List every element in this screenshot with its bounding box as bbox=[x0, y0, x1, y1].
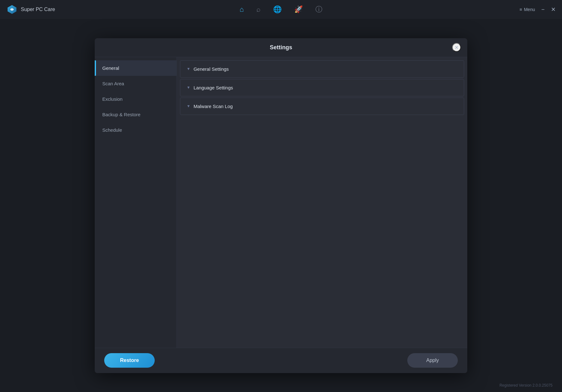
menu-label: Menu bbox=[524, 7, 535, 12]
sidebar-item-scan-area[interactable]: Scan Area bbox=[95, 76, 176, 91]
apply-button[interactable]: Apply bbox=[407, 353, 458, 368]
app-logo-icon bbox=[6, 4, 18, 15]
sidebar-item-exclusion[interactable]: Exclusion bbox=[95, 91, 176, 107]
sidebar-item-schedule[interactable]: Schedule bbox=[95, 122, 176, 138]
general-settings-header[interactable]: ▼ General Settings bbox=[180, 61, 464, 77]
sidebar-item-exclusion-label: Exclusion bbox=[102, 96, 123, 102]
top-bar: Super PC Care ⌂ ⌕ 🌐 🚀 ⓘ ≡ Menu − ✕ bbox=[0, 0, 562, 19]
dialog-footer: Restore Apply bbox=[95, 348, 467, 373]
sidebar-item-general[interactable]: General bbox=[95, 60, 176, 76]
restore-button[interactable]: Restore bbox=[104, 353, 155, 368]
general-settings-label: General Settings bbox=[194, 66, 229, 72]
version-text: Registered Version 2.0.0.25075 bbox=[499, 383, 553, 388]
malware-scan-log-chevron-icon: ▼ bbox=[187, 104, 190, 108]
settings-sidebar: General Scan Area Exclusion Backup & Res… bbox=[95, 57, 177, 348]
dialog-close-button[interactable]: × bbox=[452, 43, 461, 52]
dialog-body: General Scan Area Exclusion Backup & Res… bbox=[95, 57, 467, 348]
language-settings-chevron-icon: ▼ bbox=[187, 85, 190, 90]
sidebar-item-backup-restore-label: Backup & Restore bbox=[102, 112, 140, 117]
nav-search-icon[interactable]: ⌕ bbox=[256, 5, 260, 14]
malware-scan-log-header[interactable]: ▼ Malware Scan Log bbox=[180, 98, 464, 115]
top-nav: ⌂ ⌕ 🌐 🚀 ⓘ bbox=[240, 5, 322, 14]
menu-button[interactable]: ≡ Menu bbox=[519, 7, 535, 12]
malware-scan-log-label: Malware Scan Log bbox=[194, 104, 233, 109]
sidebar-item-schedule-label: Schedule bbox=[102, 127, 122, 133]
settings-content: ▼ General Settings ▼ Language Settings ▼… bbox=[177, 57, 467, 348]
language-settings-section: ▼ Language Settings bbox=[180, 79, 464, 96]
nav-home-icon[interactable]: ⌂ bbox=[240, 5, 244, 14]
top-right-controls: ≡ Menu − ✕ bbox=[519, 7, 556, 12]
nav-globe-icon[interactable]: 🌐 bbox=[273, 5, 282, 14]
language-settings-label: Language Settings bbox=[194, 85, 233, 90]
malware-scan-log-section: ▼ Malware Scan Log bbox=[180, 98, 464, 115]
sidebar-item-scan-area-label: Scan Area bbox=[102, 81, 124, 86]
close-button[interactable]: ✕ bbox=[551, 7, 556, 12]
nav-rocket-icon[interactable]: 🚀 bbox=[294, 5, 303, 14]
language-settings-header[interactable]: ▼ Language Settings bbox=[180, 79, 464, 96]
dialog-header: Settings × bbox=[95, 38, 467, 57]
nav-info-icon[interactable]: ⓘ bbox=[315, 5, 322, 14]
app-logo-area: Super PC Care bbox=[6, 4, 55, 15]
sidebar-item-backup-restore[interactable]: Backup & Restore bbox=[95, 107, 176, 122]
app-title: Super PC Care bbox=[21, 7, 55, 12]
general-settings-section: ▼ General Settings bbox=[180, 60, 464, 78]
dialog-title: Settings bbox=[270, 44, 292, 51]
minimize-button[interactable]: − bbox=[541, 7, 545, 12]
menu-lines-icon: ≡ bbox=[519, 7, 522, 12]
general-settings-chevron-icon: ▼ bbox=[187, 67, 190, 71]
sidebar-item-general-label: General bbox=[102, 65, 119, 71]
main-area: Settings × General Scan Area Exclusion B… bbox=[0, 19, 562, 392]
settings-dialog: Settings × General Scan Area Exclusion B… bbox=[95, 38, 467, 373]
